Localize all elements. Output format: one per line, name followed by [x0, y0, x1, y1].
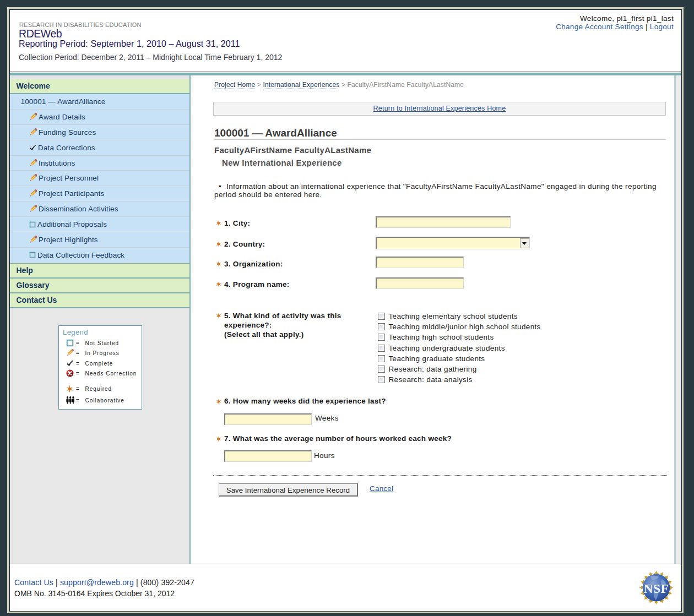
svg-text:NSF: NSF [644, 581, 669, 596]
